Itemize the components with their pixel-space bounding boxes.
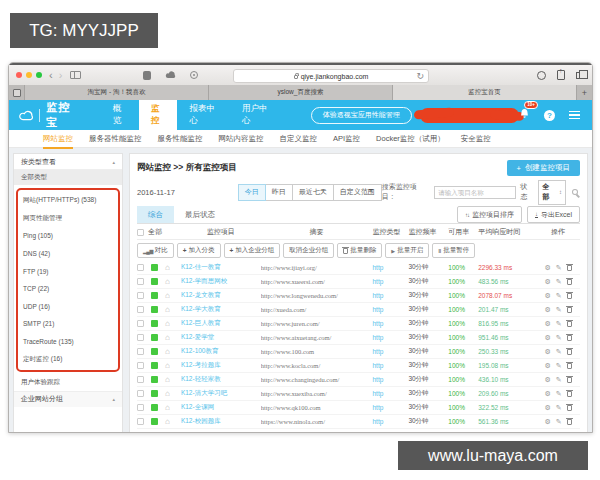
row-checkbox[interactable] xyxy=(137,404,144,411)
view-tab[interactable]: 综合 xyxy=(137,206,174,223)
edit-icon[interactable] xyxy=(556,306,562,314)
trash-icon[interactable] xyxy=(567,321,572,327)
edit-icon[interactable] xyxy=(556,390,562,398)
sidebar-type-item[interactable]: 网站(HTTP/HTTPs) (538) xyxy=(18,192,118,210)
subnav-item[interactable]: 网站内容监控 xyxy=(219,134,264,144)
cloud-extension-icon[interactable] xyxy=(165,71,176,79)
trash-icon[interactable] xyxy=(567,307,572,313)
app-logo[interactable]: 监控宝 xyxy=(19,100,79,130)
settings-icon[interactable] xyxy=(544,418,550,426)
monitor-name-link[interactable]: K12-学大教育 xyxy=(181,305,261,314)
refresh-icon[interactable] xyxy=(416,71,424,81)
row-checkbox[interactable] xyxy=(137,264,144,271)
edit-icon[interactable] xyxy=(556,418,562,426)
collapse-icon[interactable] xyxy=(112,396,115,402)
settings-icon[interactable] xyxy=(544,348,550,356)
add-to-category-button[interactable]: 加入分类 xyxy=(177,243,221,258)
trash-icon[interactable] xyxy=(567,363,572,369)
row-checkbox[interactable] xyxy=(137,348,144,355)
help-icon[interactable] xyxy=(544,110,555,121)
sidebar-toggle-icon[interactable] xyxy=(70,71,81,79)
edit-icon[interactable] xyxy=(556,292,562,300)
back-icon[interactable] xyxy=(49,70,53,80)
create-monitor-button[interactable]: 创建监控项目 xyxy=(507,160,580,176)
extension-icon[interactable] xyxy=(143,71,151,80)
sidebar-type-item[interactable]: SMTP (21) xyxy=(18,315,118,333)
address-bar[interactable]: qiye.jiankongbao.com xyxy=(233,69,429,83)
monitor-name-link[interactable]: K12-校园题库 xyxy=(181,417,261,426)
monitor-name-link[interactable]: K12-龙文教育 xyxy=(181,291,261,300)
monitor-name-link[interactable]: K12-巨人教育 xyxy=(181,319,261,328)
date-range-button[interactable]: 最近七天 xyxy=(292,184,334,201)
nav-item[interactable]: 概览 xyxy=(101,100,139,130)
trash-icon[interactable] xyxy=(567,377,572,383)
row-checkbox[interactable] xyxy=(137,334,144,341)
sidebar-type-item[interactable]: FTP (19) xyxy=(18,262,118,280)
promo-pill-button[interactable]: 体验透视宝应用性能管理 xyxy=(311,107,412,124)
export-excel-button[interactable]: 导出Excel xyxy=(527,206,580,223)
monitor-name-link[interactable]: K12-全课网 xyxy=(181,403,261,412)
collapse-icon[interactable] xyxy=(112,159,115,165)
bulk-delete-button[interactable]: 批量删除 xyxy=(337,243,382,258)
remove-from-group-button[interactable]: 取消企业分组 xyxy=(283,243,334,258)
sidebar-item-all-types[interactable]: 全部类型 xyxy=(14,170,122,185)
subnav-item[interactable]: 自定义监控 xyxy=(280,134,318,144)
add-to-group-button[interactable]: 加入企业分组 xyxy=(224,243,281,258)
trash-icon[interactable] xyxy=(567,293,572,299)
notifications-bell-icon[interactable]: 10+ xyxy=(519,106,530,124)
view-tab[interactable]: 最后状态 xyxy=(174,206,226,223)
settings-icon[interactable] xyxy=(544,334,550,342)
settings-icon[interactable] xyxy=(544,404,550,412)
settings-icon[interactable] xyxy=(544,306,550,314)
sort-monitors-button[interactable]: 监控项目排序 xyxy=(457,206,522,223)
monitor-name-link[interactable]: K12-考拉题库 xyxy=(181,361,261,370)
settings-icon[interactable] xyxy=(544,320,550,328)
browser-tab[interactable]: 监控宝首页 xyxy=(393,85,577,100)
browser-tab[interactable]: yslow_百度搜索 xyxy=(209,85,393,100)
date-range-button[interactable]: 昨日 xyxy=(265,184,293,201)
date-range-button[interactable]: 今日 xyxy=(238,184,266,201)
menu-icon[interactable] xyxy=(569,111,580,120)
subnav-item[interactable]: Docker监控（试用） xyxy=(376,134,445,144)
search-icon[interactable] xyxy=(572,189,578,195)
date-range-button[interactable]: 自定义范围 xyxy=(333,184,382,201)
monitor-name-link[interactable]: K12-100教育 xyxy=(181,347,261,356)
monitor-name-link[interactable]: K12-佳一教育 xyxy=(181,263,261,272)
sidebar-type-item[interactable]: UDP (16) xyxy=(18,298,118,316)
row-checkbox[interactable] xyxy=(137,418,144,425)
edit-icon[interactable] xyxy=(556,278,562,286)
subnav-item[interactable]: API监控 xyxy=(333,134,360,144)
settings-icon[interactable] xyxy=(544,390,550,398)
edit-icon[interactable] xyxy=(556,334,562,342)
sidebar-type-item[interactable]: TCP (22) xyxy=(18,280,118,298)
nav-item[interactable]: 监控 xyxy=(139,100,177,130)
downloads-icon[interactable] xyxy=(537,71,546,80)
sidebar-type-item[interactable]: 定时监控 (16) xyxy=(18,350,118,368)
sidebar-type-item[interactable]: TraceRoute (135) xyxy=(18,333,118,351)
edit-icon[interactable] xyxy=(556,320,562,328)
settings-icon[interactable] xyxy=(544,376,550,384)
monitor-name-link[interactable]: K12-清大学习吧 xyxy=(181,389,261,398)
close-window-button[interactable] xyxy=(16,72,22,78)
compare-button[interactable]: 对比 xyxy=(137,243,174,258)
trash-icon[interactable] xyxy=(567,335,572,341)
trash-icon[interactable] xyxy=(567,279,572,285)
trash-icon[interactable] xyxy=(567,391,572,397)
forward-icon[interactable] xyxy=(59,70,63,80)
monitor-name-link[interactable]: K12-轻轻家教 xyxy=(181,375,261,384)
select-all-checkbox[interactable] xyxy=(137,229,144,236)
trash-icon[interactable] xyxy=(567,265,572,271)
subnav-item[interactable]: 安全监控 xyxy=(461,134,491,144)
nav-item[interactable]: 报表中心 xyxy=(177,100,230,130)
minimize-window-button[interactable] xyxy=(26,72,32,78)
sidebar-type-item[interactable]: 网页性能管理 xyxy=(18,210,118,228)
new-tab-icon[interactable] xyxy=(577,85,592,100)
monitor-name-link[interactable]: K12-学而思网校 xyxy=(181,277,261,286)
edit-icon[interactable] xyxy=(556,404,562,412)
trash-icon[interactable] xyxy=(567,405,572,411)
tab-overview-icon[interactable] xyxy=(576,72,583,79)
row-checkbox[interactable] xyxy=(137,278,144,285)
nav-item[interactable]: 用户中心 xyxy=(230,100,283,130)
row-checkbox[interactable] xyxy=(137,376,144,383)
sidebar-group-title[interactable]: 企业网站分组 xyxy=(21,394,63,404)
